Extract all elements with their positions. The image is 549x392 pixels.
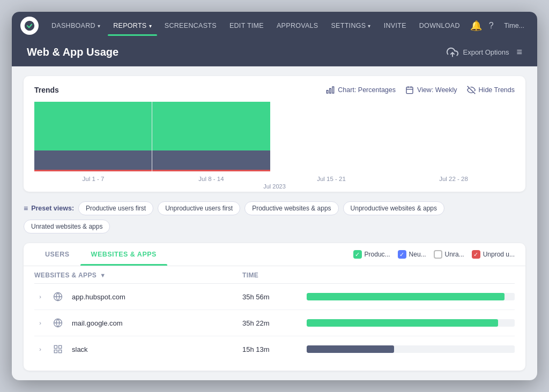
preset-views-label: ≡ Preset views: [24, 204, 74, 213]
table-row: › mail.google.com 35h 22m [34, 310, 515, 336]
view-weekly-button[interactable]: View: Weekly [405, 86, 457, 94]
unproductive-check-icon: ✓ [472, 250, 480, 259]
svg-rect-17 [54, 350, 57, 353]
nav-reports[interactable]: REPORTS ▾ [108, 19, 157, 33]
top-navigation: DASHBOARD ▾ REPORTS ▾ SCREENCASTS EDIT T… [12, 12, 537, 40]
chart-label-jul15: Jul 15 - 21 [270, 176, 392, 182]
bar-fill [307, 319, 498, 327]
websites-apps-col-header: Websites & Apps [34, 272, 97, 279]
legend-unrated[interactable]: Unra... [434, 250, 464, 259]
legend-unproductive[interactable]: ✓ Unprod u... [472, 250, 515, 259]
tab-users[interactable]: USERS [34, 243, 80, 266]
trends-controls: Chart: Percentages View: Weekly [326, 86, 515, 94]
chevron-down-icon: ▾ [368, 23, 370, 29]
hide-trends-button[interactable]: Hide Trends [467, 86, 515, 94]
preset-unrated-websites[interactable]: Unrated websites & apps [24, 220, 110, 233]
user-menu[interactable]: Time... [500, 20, 529, 32]
nav-edit-time[interactable]: EDIT TIME [224, 19, 269, 33]
svg-rect-16 [59, 350, 62, 353]
row-time: 15h 13m [242, 345, 307, 353]
legend-productive[interactable]: ✓ Produc... [353, 250, 390, 259]
chart-bar-jul8-14 [152, 102, 270, 171]
trends-header: Trends Chart: Percentages View: Weekly [34, 86, 515, 94]
preset-unproductive-websites[interactable]: Unproductive websites & apps [343, 201, 444, 215]
preset-unproductive-users[interactable]: Unproductive users first [158, 201, 240, 215]
svg-rect-5 [406, 87, 413, 94]
legend: ✓ Produc... ✓ Neu... Unra... ✓ Unprod u.… [353, 250, 515, 259]
nav-approvals[interactable]: APPROVALS [271, 19, 324, 33]
nav-download[interactable]: DOWNLOAD [414, 19, 465, 33]
notification-bell-icon[interactable]: 🔔 [470, 17, 483, 35]
chevron-down-icon: ▾ [98, 23, 100, 29]
svg-rect-2 [332, 87, 334, 93]
row-expand-icon[interactable]: › [34, 317, 46, 329]
table-body: Websites & Apps ▼ Time › [24, 266, 525, 371]
table-tab-bar: USERS WEBSITES & APPS ✓ Produc... ✓ Neu.… [24, 243, 525, 266]
chart-type-button[interactable]: Chart: Percentages [326, 86, 396, 94]
chart-label-jul8: Jul 8 - 14 [152, 176, 270, 182]
trends-title: Trends [34, 86, 59, 94]
tab-websites-apps[interactable]: WEBSITES & APPS [80, 243, 167, 266]
row-time: 35h 22m [242, 319, 307, 327]
svg-rect-15 [59, 345, 62, 348]
table-card: USERS WEBSITES & APPS ✓ Produc... ✓ Neu.… [24, 243, 525, 371]
row-expand-icon[interactable]: › [34, 343, 46, 355]
logo[interactable] [20, 17, 39, 35]
chart-label-jul1: Jul 1 - 7 [34, 176, 152, 182]
website-name: app.hubspot.com [72, 293, 242, 301]
row-time: 35h 56m [242, 293, 307, 301]
nav-invite[interactable]: INVITE [379, 19, 412, 33]
globe-icon [51, 290, 64, 303]
globe-icon [51, 316, 64, 329]
eye-off-icon [467, 86, 476, 94]
preset-productive-websites[interactable]: Productive websites & apps [244, 201, 338, 215]
table-row: › slack 15h 13m [34, 336, 515, 362]
filter-lines-icon: ≡ [24, 204, 28, 213]
main-content: Trends Chart: Percentages View: Weekly [12, 66, 537, 380]
svg-rect-3 [330, 88, 331, 93]
row-expand-icon[interactable]: › [34, 291, 46, 303]
productive-check-icon: ✓ [353, 250, 362, 259]
website-name: slack [72, 345, 242, 353]
nav-screencasts[interactable]: SCREENCASTS [159, 19, 222, 33]
preset-views-row: ≡ Preset views: Productive users first U… [24, 199, 525, 236]
bar-fill [307, 345, 394, 353]
bar-wrap [307, 293, 515, 300]
svg-rect-4 [327, 91, 329, 93]
bar-wrap [307, 345, 515, 353]
nav-settings[interactable]: SETTINGS ▾ [325, 19, 376, 33]
bar-chart-icon [326, 86, 335, 94]
bar-wrap [307, 319, 515, 327]
bar-fill [307, 293, 505, 300]
chart-label-jul22: Jul 22 - 28 [392, 176, 515, 182]
preset-productive-users[interactable]: Productive users first [78, 201, 153, 215]
legend-neutral[interactable]: ✓ Neu... [398, 250, 426, 259]
calendar-icon [405, 86, 414, 94]
help-icon[interactable]: ? [485, 17, 498, 35]
trends-card: Trends Chart: Percentages View: Weekly [24, 76, 525, 192]
filter-icon[interactable]: ≡ [516, 47, 522, 58]
sort-icon[interactable]: ▼ [100, 272, 106, 278]
chart-period-label: Jul 2023 [34, 183, 515, 190]
table-header: Websites & Apps ▼ Time [34, 266, 515, 284]
svg-rect-14 [54, 345, 57, 348]
chevron-down-icon: ▾ [149, 23, 152, 29]
export-options-button[interactable]: Export Options [447, 47, 509, 58]
website-name: mail.google.com [72, 319, 242, 327]
page-title: Web & App Usage [27, 46, 118, 58]
upload-icon [447, 47, 458, 58]
subheader: Web & App Usage Export Options ≡ [12, 40, 537, 66]
app-icon [51, 343, 64, 356]
unrated-check-icon [434, 250, 442, 259]
chart-area: Jul 1 - 7 Jul 8 - 14 Jul 15 - 21 Jul 22 … [34, 102, 515, 182]
time-col-header: Time [242, 272, 307, 279]
chart-bar-jul1-7 [34, 102, 152, 171]
neutral-check-icon: ✓ [398, 250, 406, 259]
table-row: › app.hubspot.com 35h 56m [34, 284, 515, 310]
svg-point-0 [25, 21, 34, 31]
nav-dashboard[interactable]: DASHBOARD ▾ [46, 19, 106, 33]
